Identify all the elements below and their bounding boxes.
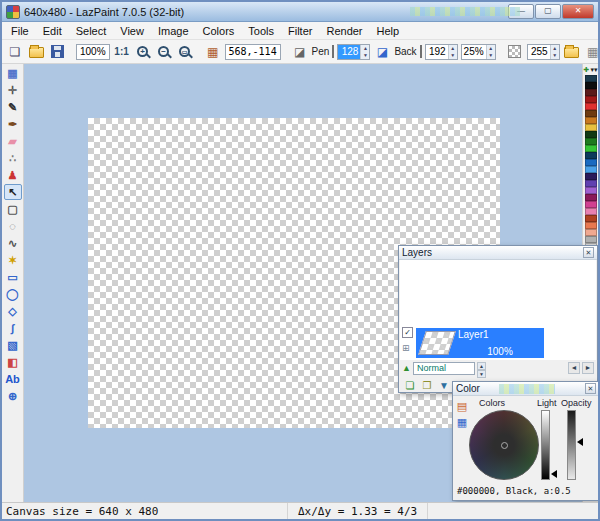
palette-color[interactable] xyxy=(585,89,597,96)
palette-color[interactable] xyxy=(585,82,597,89)
new-image-button[interactable]: ❏ xyxy=(6,43,24,61)
palette-color[interactable] xyxy=(585,117,597,124)
color-wheel-selector[interactable] xyxy=(501,442,508,449)
menu-item[interactable]: Select xyxy=(69,23,114,39)
palette-color[interactable] xyxy=(585,75,597,82)
palette-color[interactable] xyxy=(585,222,597,229)
menu-item[interactable]: Image xyxy=(151,23,196,39)
layer-visibility-checkbox[interactable]: ✓ xyxy=(402,327,413,338)
light-slider-handle[interactable] xyxy=(551,470,557,478)
opacity-slider-handle[interactable] xyxy=(577,438,583,446)
menu-item[interactable]: Tools xyxy=(241,23,281,39)
magic-wand-tool[interactable]: ✶ xyxy=(4,252,22,268)
rect-shape-tool[interactable]: ▭ xyxy=(4,269,22,285)
zoom-out-button[interactable]: − xyxy=(155,43,173,61)
palette-color[interactable] xyxy=(585,236,597,243)
close-button[interactable]: ✕ xyxy=(562,4,594,19)
text-tool[interactable]: Ab xyxy=(4,371,22,387)
menu-item[interactable]: Filter xyxy=(281,23,319,39)
palette-color[interactable] xyxy=(585,159,597,166)
menu-item[interactable]: View xyxy=(113,23,151,39)
color-wheel[interactable] xyxy=(469,410,539,480)
swap-colors-icon[interactable]: ◪ xyxy=(373,43,391,61)
blend-up-icon[interactable]: ▲ xyxy=(402,363,411,373)
palette-color[interactable] xyxy=(585,96,597,103)
menu-item[interactable]: Render xyxy=(319,23,369,39)
save-button[interactable] xyxy=(48,43,66,61)
layers-close-button[interactable]: ✕ xyxy=(583,247,594,258)
palette-color[interactable] xyxy=(585,124,597,131)
layers-panel-titlebar[interactable]: Layers ✕ xyxy=(399,246,597,260)
scroll-right-button[interactable]: ► xyxy=(582,362,594,374)
eraser-tool[interactable]: ▰ xyxy=(4,133,22,149)
grid-toggle-button[interactable]: ▦ xyxy=(204,43,222,61)
hotspot-tool[interactable]: ⊕ xyxy=(4,388,22,404)
tolerance-spinbox[interactable]: 25% ▲▼ xyxy=(461,44,496,60)
palette-add-icon[interactable]: ✚ xyxy=(584,65,590,75)
open-button[interactable] xyxy=(27,43,45,61)
alpha-spinbox[interactable]: 255 ▲▼ xyxy=(527,44,560,60)
palette-color[interactable] xyxy=(585,110,597,117)
duplicate-layer-button[interactable]: ❐ xyxy=(420,379,434,392)
palette-color[interactable] xyxy=(585,208,597,215)
tolerance-arrows[interactable]: ▲▼ xyxy=(486,45,495,59)
menu-item[interactable]: Edit xyxy=(36,23,69,39)
light-slider-bar[interactable] xyxy=(541,410,550,480)
palette-color[interactable] xyxy=(585,187,597,194)
add-layer-button[interactable]: ❏ xyxy=(403,379,417,392)
back-size-spinbox[interactable]: 192 ▲▼ xyxy=(425,44,458,60)
zoom-fit-button[interactable]: ▭ xyxy=(176,43,194,61)
palette-color[interactable] xyxy=(585,138,597,145)
palette-color[interactable] xyxy=(585,194,597,201)
blend-spin-buttons[interactable]: ▲▼ xyxy=(477,362,486,375)
maximize-button[interactable]: ▢ xyxy=(535,4,561,19)
palette-color[interactable] xyxy=(585,180,597,187)
palette-color[interactable] xyxy=(585,131,597,138)
opacity-slider-bar[interactable] xyxy=(567,410,576,480)
back-color-swatch[interactable] xyxy=(420,45,422,58)
ellipse-shape-tool[interactable]: ◯ xyxy=(4,286,22,302)
menu-item[interactable]: Colors xyxy=(196,23,242,39)
move-selection-tool[interactable]: ↖ xyxy=(4,184,22,200)
palette-color[interactable] xyxy=(585,229,597,236)
toolbox-icon[interactable]: ▦ xyxy=(4,65,22,81)
menu-item[interactable]: File xyxy=(4,23,36,39)
color-close-button[interactable]: ✕ xyxy=(585,383,596,394)
palette-color[interactable] xyxy=(585,215,597,222)
pen-color-swatch[interactable] xyxy=(332,45,334,58)
palette-color[interactable] xyxy=(585,145,597,152)
palette-grid-icon[interactable]: ▦ xyxy=(455,416,469,429)
move-layer-down-button[interactable]: ▼ xyxy=(437,379,451,392)
ellipse-select-tool[interactable]: ◌ xyxy=(4,218,22,234)
blend-mode-select[interactable]: Normal xyxy=(413,362,475,375)
polygon-tool[interactable]: ◇ xyxy=(4,303,22,319)
zoom-level-box[interactable]: 100% xyxy=(76,44,110,60)
layer-row[interactable]: Layer1 100% xyxy=(416,328,544,358)
brush-tool[interactable]: ✒ xyxy=(4,116,22,132)
load-texture-button[interactable] xyxy=(563,43,581,61)
alpha-arrows[interactable]: ▲▼ xyxy=(550,45,559,59)
color-grid-icon[interactable]: ▤ xyxy=(455,400,469,413)
gradient-tool[interactable]: ▧ xyxy=(4,337,22,353)
lasso-tool[interactable]: ∿ xyxy=(4,235,22,251)
pen-tool[interactable]: ✎ xyxy=(4,99,22,115)
curve-tool[interactable]: ∫ xyxy=(4,320,22,336)
color-panel-titlebar[interactable]: Color ✕ xyxy=(453,382,598,396)
layer-grid-icon[interactable]: ⊞ xyxy=(402,343,413,354)
palette-menu-icon[interactable]: ▾▾ xyxy=(590,65,597,75)
pattern-icon[interactable]: ▦ xyxy=(584,43,600,61)
palette-color[interactable] xyxy=(585,152,597,159)
palette-color[interactable] xyxy=(585,173,597,180)
palette-color[interactable] xyxy=(585,201,597,208)
palette-color[interactable] xyxy=(585,103,597,110)
spray-tool[interactable]: ∴ xyxy=(4,150,22,166)
menu-item[interactable]: Help xyxy=(370,23,407,39)
texture-button[interactable] xyxy=(506,43,524,61)
rect-select-tool[interactable]: ▢ xyxy=(4,201,22,217)
back-size-arrows[interactable]: ▲▼ xyxy=(448,45,457,59)
clone-tool[interactable]: ♟ xyxy=(4,167,22,183)
pen-size-spinbox[interactable]: 128 ▲▼ xyxy=(337,44,370,60)
hand-tool[interactable]: ✛ xyxy=(4,82,22,98)
scroll-left-button[interactable]: ◄ xyxy=(568,362,580,374)
pen-size-arrows[interactable]: ▲▼ xyxy=(360,45,369,59)
